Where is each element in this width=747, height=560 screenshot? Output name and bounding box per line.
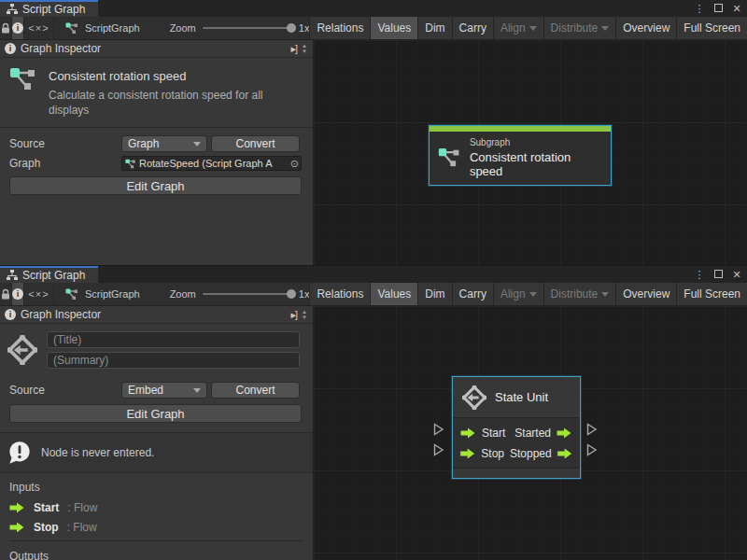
port-out-label: Started <box>514 427 551 440</box>
node-kind: Subgraph <box>470 137 601 147</box>
align-dropdown[interactable]: Align <box>493 283 543 305</box>
chevron-down-icon <box>601 26 609 31</box>
values-button[interactable]: Values <box>370 283 417 305</box>
flow-in-port[interactable] <box>460 448 475 459</box>
flow-arrow-icon <box>9 522 25 533</box>
scroll-down-icon[interactable]: ▼ <box>302 315 307 320</box>
zoom-slider[interactable] <box>203 27 292 29</box>
object-picker-icon[interactable]: ⊙ <box>290 157 299 170</box>
flow-out-port[interactable] <box>557 427 572 439</box>
graph-inspector-panel: i Graph Inspector ▸] ▲▼ Consistent rotat… <box>0 40 314 266</box>
menu-icon[interactable]: ⋮ <box>693 0 706 17</box>
graph-breadcrumb[interactable]: ScriptGraph <box>54 283 149 305</box>
close-icon[interactable]: ✕ <box>730 0 743 17</box>
graph-tab-icon <box>7 270 18 281</box>
source-select[interactable]: Embed <box>121 382 207 399</box>
node-ports: Start Started Stop Stopped <box>453 418 580 468</box>
code-icon: <×> <box>28 22 49 34</box>
carry-button[interactable]: Carry <box>452 17 493 39</box>
script-graph-window-top: Script Graph ⋮ ✕ i <×> ScriptGraph Zoom … <box>0 0 747 266</box>
edit-graph-button[interactable]: Edit Graph <box>9 404 302 423</box>
node-title: Consistent rotation speed <box>470 150 601 178</box>
breadcrumb-label: ScriptGraph <box>85 288 140 300</box>
tab-script-graph[interactable]: Script Graph <box>0 266 98 283</box>
maximize-icon[interactable] <box>712 0 725 17</box>
scrubber[interactable]: ▲▼ <box>302 309 309 320</box>
inspector-toggle-button[interactable]: i <box>12 283 24 305</box>
close-icon[interactable]: ✕ <box>730 266 743 283</box>
code-icon: <×> <box>28 288 49 300</box>
warning-bubble-icon <box>7 441 32 465</box>
lock-button[interactable] <box>0 17 12 39</box>
port-row: Stop : Flow <box>9 521 303 534</box>
zoom-value: 1x <box>299 22 310 34</box>
tab-title: Script Graph <box>22 269 85 282</box>
graph-breadcrumb[interactable]: ScriptGraph <box>54 17 149 39</box>
fullscreen-button[interactable]: Full Screen <box>676 17 747 39</box>
port-in-label: Stop <box>481 447 504 460</box>
fullscreen-button[interactable]: Full Screen <box>676 283 747 305</box>
tab-script-graph[interactable]: Script Graph <box>0 0 98 17</box>
port-row: Start : Flow <box>9 501 303 514</box>
chevron-down-icon <box>601 292 609 297</box>
title-input[interactable] <box>47 331 300 348</box>
zoom-slider-handle[interactable] <box>287 23 296 33</box>
inspector-toggle-button[interactable]: i <box>12 17 24 39</box>
convert-button[interactable]: Convert <box>211 382 300 399</box>
distribute-dropdown[interactable]: Distribute <box>543 283 616 305</box>
script-graph-icon <box>9 67 37 91</box>
lock-button[interactable] <box>0 283 12 305</box>
external-out-port[interactable] <box>586 443 598 456</box>
lock-icon <box>0 288 11 301</box>
carry-button[interactable]: Carry <box>452 283 493 305</box>
zoom-control: Zoom 1x <box>149 283 310 305</box>
port-name: Stop <box>34 521 59 534</box>
info-icon: i <box>12 22 23 34</box>
overview-button[interactable]: Overview <box>615 17 676 39</box>
convert-button[interactable]: Convert <box>211 135 300 152</box>
zoom-slider[interactable] <box>203 293 292 295</box>
title-summary-section <box>0 324 313 376</box>
distribute-dropdown[interactable]: Distribute <box>543 17 616 39</box>
scroll-down-icon[interactable]: ▼ <box>302 49 307 54</box>
relations-button[interactable]: Relations <box>309 17 370 39</box>
relations-button[interactable]: Relations <box>309 283 370 305</box>
graph-canvas[interactable]: Subgraph Consistent rotation speed <box>314 40 747 266</box>
code-view-button[interactable]: <×> <box>24 283 54 305</box>
zoom-value: 1x <box>299 288 310 300</box>
align-dropdown[interactable]: Align <box>493 17 543 39</box>
summary-input[interactable] <box>47 352 300 369</box>
menu-icon[interactable]: ⋮ <box>693 266 706 283</box>
external-in-port[interactable] <box>433 443 444 456</box>
dim-button[interactable]: Dim <box>417 283 451 305</box>
port-row: Start Started <box>453 423 580 443</box>
graph-canvas[interactable]: State Unit Start Started Stop Stopped <box>314 306 747 560</box>
warning-box: Node is never entered. <box>0 432 313 473</box>
inspector-header: i Graph Inspector ▸] ▲▼ <box>0 40 313 58</box>
zoom-slider-handle[interactable] <box>287 289 296 299</box>
flow-out-port[interactable] <box>557 448 572 459</box>
maximize-icon[interactable] <box>712 266 725 283</box>
port-name: Start <box>34 501 59 514</box>
dim-button[interactable]: Dim <box>417 17 451 39</box>
external-in-port[interactable] <box>433 423 444 436</box>
edit-graph-button[interactable]: Edit Graph <box>9 176 302 195</box>
port-out-label: Stopped <box>510 447 552 460</box>
overview-button[interactable]: Overview <box>615 283 676 305</box>
subgraph-node[interactable]: Subgraph Consistent rotation speed <box>429 125 612 186</box>
chevron-down-icon <box>193 142 201 147</box>
dock-icon[interactable]: ▸] <box>290 309 297 321</box>
flow-arrow-icon <box>9 502 25 513</box>
inspector-title: Graph Inspector <box>21 308 101 321</box>
values-button[interactable]: Values <box>370 17 417 39</box>
code-view-button[interactable]: <×> <box>24 17 54 39</box>
graph-object-field[interactable]: RotateSpeed (Script Graph A ⊙ <box>121 156 302 171</box>
source-select[interactable]: Graph <box>121 135 207 152</box>
scrubber[interactable]: ▲▼ <box>302 43 309 54</box>
state-unit-node[interactable]: State Unit Start Started Stop Stopped <box>452 376 581 479</box>
node-footer <box>453 468 580 478</box>
external-out-port[interactable] <box>586 423 598 436</box>
dock-icon[interactable]: ▸] <box>290 43 297 55</box>
window-controls: ⋮ ✕ <box>693 266 743 283</box>
flow-in-port[interactable] <box>460 427 476 439</box>
